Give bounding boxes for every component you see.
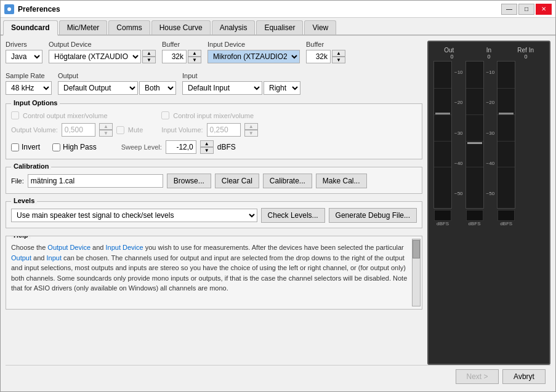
sample-rate-select[interactable]: 48 kHz bbox=[6, 81, 52, 95]
debug-button[interactable]: Generate Debug File... bbox=[329, 208, 417, 223]
vu-refin-dbfs: dBFS bbox=[500, 221, 512, 226]
help-link-input: Input bbox=[47, 254, 62, 262]
control-output-checkbox[interactable] bbox=[11, 111, 19, 119]
close-button[interactable]: ✕ bbox=[536, 4, 552, 15]
help-link-input-device: Input Device bbox=[106, 244, 143, 251]
browse-button[interactable]: Browse... bbox=[167, 174, 211, 188]
input-vol-down: ▼ bbox=[244, 130, 258, 137]
highpass-checkbox[interactable] bbox=[52, 143, 60, 151]
window-icon bbox=[4, 4, 14, 14]
help-scrollbar[interactable] bbox=[412, 239, 421, 306]
next-button[interactable]: Next > bbox=[456, 369, 499, 384]
minimize-button[interactable]: — bbox=[501, 4, 517, 15]
scrollbar-thumb bbox=[413, 240, 420, 258]
vu-refin-indicator bbox=[499, 113, 514, 114]
input-channel-select[interactable]: Default Input bbox=[182, 81, 262, 95]
cancel-button[interactable]: Avbryt bbox=[502, 369, 546, 384]
levels-select[interactable]: Use main speaker test signal to check/se… bbox=[11, 209, 257, 222]
vu-in-label: In bbox=[473, 47, 504, 54]
sample-rate-group: Sample Rate 48 kHz bbox=[6, 72, 52, 95]
input-options-section: Input Options Control output mixer/volum… bbox=[6, 103, 422, 159]
tab-equaliser[interactable]: Equaliser bbox=[256, 20, 303, 34]
vu-out-track bbox=[433, 61, 452, 209]
invert-checkbox[interactable] bbox=[11, 143, 19, 151]
help-link-output-device: Output Device bbox=[47, 244, 91, 251]
output-channel-group: Output Default Output Both Left Right bbox=[58, 72, 176, 95]
cal-file-input[interactable] bbox=[28, 174, 163, 188]
output-buf-up[interactable]: ▲ bbox=[188, 50, 201, 57]
vu-out-bottom bbox=[434, 210, 451, 221]
drivers-label: Drivers bbox=[6, 41, 42, 48]
sweep-unit: dBFS bbox=[217, 143, 236, 151]
control-input-checkbox[interactable] bbox=[161, 111, 169, 119]
sweep-up[interactable]: ▲ bbox=[200, 140, 214, 147]
output-buffer-label: Buffer bbox=[162, 41, 201, 48]
mute-checkbox[interactable] bbox=[116, 126, 124, 134]
soundcard-content: Drivers Java Output Device Högtalare (XT… bbox=[1, 36, 555, 391]
input-device-group: Input Device Mikrofon (XTZAUDIO2P) bbox=[207, 41, 300, 63]
output-device-group: Output Device Högtalare (XTZAUDIO2P) ▲ ▼ bbox=[49, 41, 156, 63]
help-link-output: Output bbox=[11, 254, 31, 262]
output-buffer-up[interactable]: ▲ bbox=[142, 50, 156, 57]
left-panel: Drivers Java Output Device Högtalare (XT… bbox=[6, 41, 422, 365]
output-both-select[interactable]: Both Left Right bbox=[139, 81, 176, 95]
highpass-label: High Pass bbox=[63, 143, 97, 151]
levels-title: Levels bbox=[11, 197, 37, 204]
drivers-group: Drivers Java bbox=[6, 41, 42, 63]
sweep-level-label: Sweep Level: bbox=[121, 143, 162, 151]
tab-view[interactable]: View bbox=[304, 20, 336, 34]
output-device-select[interactable]: Högtalare (XTZAUDIO2P) bbox=[49, 50, 141, 63]
output-channel-label: Output bbox=[58, 72, 176, 79]
invert-label: Invert bbox=[22, 143, 40, 151]
input-buf-up[interactable]: ▲ bbox=[332, 50, 345, 57]
vu-out-dbfs: dBFS bbox=[437, 221, 449, 226]
output-buffer-input[interactable]: 32k bbox=[162, 50, 187, 63]
input-buf-down[interactable]: ▼ bbox=[332, 57, 345, 63]
help-title: Help bbox=[11, 236, 31, 239]
output-buffer-spinner: ▲ ▼ bbox=[142, 50, 156, 63]
vu-refin-label: Ref In bbox=[507, 47, 544, 54]
output-volume-label: Output Volume: bbox=[11, 126, 58, 134]
check-levels-button[interactable]: Check Levels... bbox=[261, 208, 325, 223]
main-area: Drivers Java Output Device Högtalare (XT… bbox=[6, 41, 550, 365]
input-volume-input bbox=[207, 123, 241, 137]
control-output-label: Control output mixer/volume bbox=[23, 112, 108, 119]
devices-row: Drivers Java Output Device Högtalare (XT… bbox=[6, 41, 422, 63]
vu-out-label: Out bbox=[433, 47, 464, 54]
sweep-down[interactable]: ▼ bbox=[200, 147, 214, 154]
maximize-button[interactable]: □ bbox=[518, 4, 534, 15]
titlebar: Preferences — □ ✕ bbox=[1, 1, 555, 18]
calibrate-button[interactable]: Calibrate... bbox=[263, 174, 312, 188]
vu-in-zero: 0 bbox=[480, 54, 498, 60]
channels-row: Sample Rate 48 kHz Output Default Output bbox=[6, 72, 422, 95]
tab-micmeter[interactable]: Mic/Meter bbox=[59, 20, 108, 34]
tab-comms[interactable]: Comms bbox=[108, 20, 150, 34]
input-vol-up: ▲ bbox=[244, 123, 258, 130]
output-channel-select[interactable]: Default Output bbox=[58, 81, 138, 95]
vu-in-track bbox=[465, 61, 484, 209]
tab-soundcard[interactable]: Soundcard bbox=[3, 20, 58, 36]
make-cal-button[interactable]: Make Cal... bbox=[316, 174, 367, 188]
file-label: File: bbox=[11, 177, 24, 185]
window-controls: — □ ✕ bbox=[501, 4, 552, 15]
output-vol-up: ▲ bbox=[99, 123, 113, 130]
tab-housecurve[interactable]: House Curve bbox=[151, 20, 211, 34]
sweep-level-input[interactable] bbox=[166, 140, 196, 154]
input-device-label: Input Device bbox=[207, 41, 300, 48]
drivers-select[interactable]: Java bbox=[6, 50, 42, 63]
input-right-select[interactable]: Right Left Both bbox=[264, 81, 300, 95]
vu-refin-bottom bbox=[498, 210, 515, 221]
clear-cal-button[interactable]: Clear Cal bbox=[215, 174, 259, 188]
output-buffer-down[interactable]: ▼ bbox=[142, 57, 156, 63]
vu-in-bottom bbox=[466, 210, 483, 221]
calibration-section: Calibration File: Browse... Clear Cal Ca… bbox=[6, 167, 422, 194]
input-options-title: Input Options bbox=[11, 99, 60, 106]
tab-analysis[interactable]: Analysis bbox=[212, 20, 256, 34]
input-buffer-input[interactable]: 32k bbox=[306, 50, 331, 63]
input-device-select[interactable]: Mikrofon (XTZAUDIO2P) bbox=[207, 50, 300, 63]
output-volume-input bbox=[62, 123, 95, 137]
output-buf-down[interactable]: ▼ bbox=[188, 57, 201, 63]
vu-in-indicator bbox=[467, 142, 482, 144]
footer: Next > Avbryt bbox=[6, 365, 550, 386]
vu-in-dbfs: dBFS bbox=[469, 221, 481, 226]
